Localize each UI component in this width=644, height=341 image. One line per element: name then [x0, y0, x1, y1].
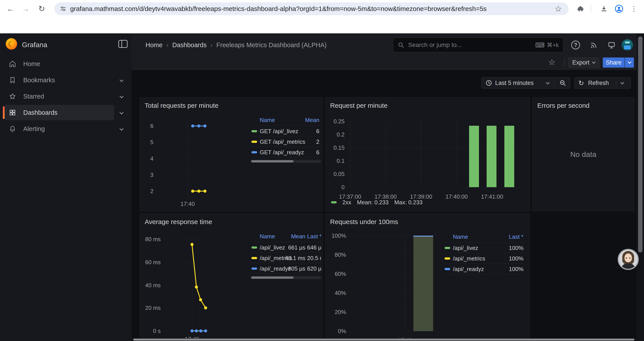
panel-average-response-time: Average response time 80 ms 60 ms 40 ms … — [140, 213, 323, 341]
sidebar-item-label: Dashboards — [23, 109, 58, 116]
sidebar-item-alerting[interactable]: Alerting — [0, 121, 132, 137]
help-icon[interactable]: ? — [571, 41, 580, 49]
grafana-logo-icon[interactable] — [6, 38, 17, 50]
panel-request-per-minute: Request per minute 0.25 0.2 0.15 0.1 0.0… — [325, 97, 530, 211]
avatar-shirt — [622, 263, 635, 270]
legend-scrollbar-thumb[interactable] — [251, 160, 294, 162]
dashboard-content: Last 5 minutes ↻ Refresh Total requests … — [132, 70, 636, 341]
sidebar-item-label: Starred — [23, 93, 44, 100]
series-swatch-blue — [252, 267, 257, 270]
breadcrumb-dashboards[interactable]: Dashboards — [172, 42, 206, 49]
sidebar: Grafana Home Bookmarks Starred Dashboar — [0, 33, 132, 341]
series-swatch-green — [252, 246, 257, 249]
legend-table: Name Mean Last * /api/_livez 661 µs 646 … — [250, 233, 321, 281]
legend-scrollbar-thumb[interactable] — [251, 276, 294, 279]
no-data-message: No data — [532, 97, 634, 211]
share-menu-button[interactable] — [625, 58, 634, 68]
keyboard-icon: ⌨ — [535, 41, 545, 49]
chevron-down-icon[interactable] — [546, 81, 550, 85]
panel-title[interactable]: Request per minute — [330, 102, 388, 109]
legend-row: GET /api/_readyz 6 — [250, 147, 321, 157]
chevron-down-icon[interactable] — [120, 78, 124, 82]
grafana-app: Grafana Home Bookmarks Starred Dashboar — [0, 33, 644, 341]
legend-scrollbar[interactable] — [250, 160, 321, 163]
series-swatch-green — [444, 247, 450, 249]
bookmark-star-icon[interactable]: ☆ — [553, 4, 564, 14]
clock-icon — [486, 80, 492, 86]
subheader-divider — [564, 58, 565, 67]
series-swatch-blue — [444, 268, 450, 270]
panel-title[interactable]: Average response time — [145, 218, 212, 226]
legend-series-name[interactable]: 2xx — [342, 199, 351, 206]
zoom-out-icon[interactable] — [554, 78, 570, 88]
legend-max: Max: 0.233 — [394, 199, 422, 206]
brand-name: Grafana — [22, 41, 47, 49]
chevron-down-icon — [592, 60, 596, 64]
toolbar-divider — [590, 5, 591, 13]
vertical-scrollbar-track[interactable] — [636, 33, 644, 341]
panel-title[interactable]: Total requests per minute — [145, 102, 218, 109]
breadcrumb-separator: › — [166, 42, 168, 49]
sidebar-item-dashboards[interactable]: Dashboards — [0, 104, 132, 121]
legend: 2xx Mean: 0.233 Max: 0.233 — [331, 198, 422, 207]
breadcrumb-home[interactable]: Home — [146, 42, 162, 49]
floating-assistant-avatar[interactable] — [618, 249, 639, 270]
horizontal-scrollbar-thumb[interactable] — [133, 338, 634, 340]
export-button[interactable]: Export — [568, 58, 599, 68]
chevron-down-icon[interactable] — [120, 110, 124, 114]
share-button[interactable]: Share — [603, 58, 624, 68]
refresh-icon[interactable]: ↻ — [578, 79, 584, 87]
time-range-label[interactable]: Last 5 minutes — [495, 80, 534, 87]
bookmarks-bar: Freeleaps 收藏博客 — [0, 18, 644, 33]
panel-title[interactable]: Requests under 100ms — [330, 218, 398, 226]
monitor-icon[interactable] — [607, 40, 616, 50]
search-input[interactable]: Search or jump to... ⌨ ⌘+k — [393, 38, 563, 52]
series-swatch-green — [331, 201, 337, 203]
site-settings-icon[interactable] — [60, 5, 67, 12]
menu-kebab-icon[interactable]: ⋮ — [629, 4, 639, 14]
address-bar[interactable]: grafana.mathmast.com/d/deytv4rwavabkb/fr… — [54, 3, 568, 15]
horizontal-scrollbar-track[interactable] — [132, 338, 644, 341]
dashboard-header: Home › Dashboards › Freeleaps Metrics Da… — [132, 33, 644, 70]
bell-icon — [9, 125, 16, 133]
breadcrumb: Home › Dashboards › Freeleaps Metrics Da… — [146, 33, 326, 57]
extensions-icon[interactable] — [575, 4, 586, 14]
dashboards-grid-icon — [9, 109, 16, 116]
sidebar-item-home[interactable]: Home — [0, 56, 132, 72]
legend-row: /api/_readyz 100% — [444, 264, 524, 274]
refresh-group: ↻ Refresh — [574, 77, 631, 89]
downloads-icon[interactable] — [599, 4, 609, 14]
refresh-label[interactable]: Refresh — [588, 80, 609, 87]
chevron-down-icon[interactable] — [120, 127, 124, 131]
legend-row: /api/_metrics 100% — [444, 254, 524, 263]
profile-icon[interactable] — [614, 4, 624, 14]
legend-row: GET /api/_metrics 2 — [250, 137, 321, 147]
sidebar-toggle-icon[interactable] — [118, 40, 128, 48]
chevron-down-icon[interactable] — [120, 94, 124, 98]
search-placeholder: Search or jump to... — [408, 42, 535, 49]
user-avatar[interactable] — [622, 39, 633, 51]
series-swatch-yellow — [444, 257, 450, 260]
sidebar-item-bookmarks[interactable]: Bookmarks — [0, 72, 132, 88]
forward-icon[interactable]: → — [20, 4, 31, 14]
bar-percent — [414, 236, 433, 331]
search-shortcut: ⌨ ⌘+k — [535, 41, 559, 49]
screen: ← → ↻ grafana.mathmast.com/d/deytv4rwava… — [0, 0, 644, 341]
bar-2xx — [469, 126, 479, 187]
panel-requests-under-100ms: Requests under 100ms 100% 80% 60% 40% 20… — [325, 213, 530, 341]
legend-row: /api/_livez 661 µs 646 µs — [250, 243, 321, 252]
favorite-star-icon[interactable]: ☆ — [547, 58, 557, 67]
reload-icon[interactable]: ↻ — [36, 4, 47, 14]
bar-2xx — [486, 126, 496, 187]
bar-2xx — [504, 126, 514, 187]
legend-table: Name Last * /api/_livez 100% /api/_metri… — [444, 233, 524, 277]
rss-icon[interactable] — [589, 40, 598, 50]
vertical-scrollbar-thumb[interactable] — [638, 37, 642, 253]
star-icon — [9, 93, 16, 100]
search-icon — [398, 42, 404, 48]
chevron-down-icon[interactable] — [620, 81, 624, 85]
sidebar-item-starred[interactable]: Starred — [0, 88, 132, 104]
breadcrumb-separator: › — [210, 42, 212, 49]
legend-scrollbar[interactable] — [250, 276, 321, 279]
back-icon[interactable]: ← — [5, 4, 16, 14]
